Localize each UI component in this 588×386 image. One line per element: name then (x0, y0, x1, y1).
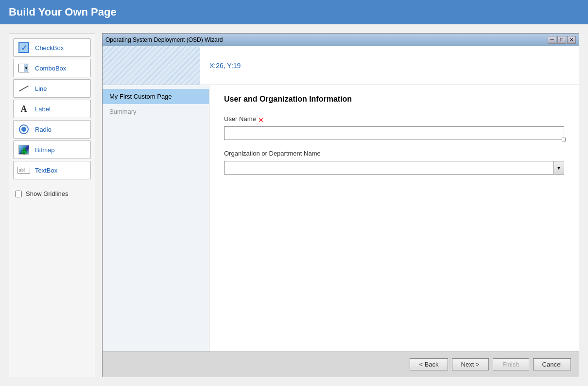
wizard-window: Operating System Deployment (OSD) Wizard… (102, 33, 579, 377)
bitmap-label: Bitmap (35, 146, 54, 154)
wizard-footer: < Back Next > Finish Cancel (103, 351, 579, 377)
maximize-button[interactable]: □ (557, 36, 566, 44)
show-gridlines-checkbox[interactable] (15, 191, 22, 197)
wizard-coords: X:26, Y:19 (200, 62, 250, 70)
user-name-group: User Name ✕ (224, 115, 564, 140)
close-button[interactable]: ✕ (567, 36, 576, 44)
org-dept-combobox-wrapper: ▼ (224, 161, 564, 175)
wizard-nav: My First Custom Page Summary (103, 85, 209, 351)
org-dept-dropdown-button[interactable]: ▼ (553, 161, 564, 175)
next-button[interactable]: Next > (452, 358, 489, 370)
user-name-resize-handle[interactable] (562, 138, 566, 141)
label-icon: A (17, 103, 30, 115)
back-button[interactable]: < Back (410, 358, 448, 370)
toolbar-item-combobox[interactable]: ▼ ComboBox (13, 59, 91, 77)
bitmap-icon: 🌲 (17, 143, 30, 156)
banner-pattern (103, 46, 200, 85)
toolbar-item-checkbox[interactable]: CheckBox (13, 38, 91, 57)
wizard-body: X:26, Y:19 My First Custom Page Summary … (103, 46, 579, 377)
nav-item-summary[interactable]: Summary (103, 104, 209, 119)
minimize-button[interactable]: ─ (548, 36, 556, 44)
toolbar-item-radio[interactable]: Radio (13, 120, 91, 139)
wizard-controls: ─ □ ✕ (548, 36, 576, 44)
wizard-titlebar: Operating System Deployment (OSD) Wizard… (103, 34, 579, 46)
app-header: Build Your Own Page (0, 0, 588, 24)
finish-button[interactable]: Finish (493, 358, 529, 370)
section-title: User and Organization Information (224, 95, 564, 104)
org-dept-label: Organization or Department Name (224, 150, 321, 157)
wizard-banner: X:26, Y:19 (103, 46, 579, 85)
cancel-button[interactable]: Cancel (533, 358, 571, 370)
combobox-label: ComboBox (35, 65, 66, 72)
show-gridlines-row: Show Gridlines (13, 186, 91, 201)
checkbox-icon (17, 41, 30, 54)
textbox-label: TextBox (35, 167, 57, 174)
combobox-icon: ▼ (17, 62, 30, 74)
wizard-content: User and Organization Information User N… (209, 85, 579, 351)
user-name-label-row: User Name ✕ (224, 115, 564, 124)
show-gridlines-label[interactable]: Show Gridlines (26, 190, 68, 197)
toolbar-item-textbox[interactable]: abl TextBox (13, 161, 91, 179)
line-label: Line (35, 85, 47, 92)
wizard-main: My First Custom Page Summary User and Or… (103, 85, 579, 351)
wizard-title: Operating System Deployment (OSD) Wizard (105, 36, 223, 43)
org-dept-input[interactable] (224, 161, 553, 175)
toolbar-item-bitmap[interactable]: 🌲 Bitmap (13, 140, 91, 159)
user-name-input[interactable] (224, 126, 564, 140)
radio-icon (17, 123, 30, 136)
label-label: Label (35, 105, 51, 113)
app-title: Build Your Own Page (9, 6, 117, 18)
toolbar-panel: CheckBox ▼ ComboBox Line A Label (9, 33, 95, 377)
main-content: CheckBox ▼ ComboBox Line A Label (0, 24, 588, 386)
line-icon (17, 82, 30, 95)
user-name-required-marker: ✕ (258, 116, 264, 124)
org-dept-label-row: Organization or Department Name (224, 150, 564, 159)
user-name-label: User Name (224, 115, 256, 123)
nav-item-custom-page[interactable]: My First Custom Page (103, 89, 209, 104)
radio-label: Radio (35, 126, 52, 133)
toolbar-item-line[interactable]: Line (13, 79, 91, 98)
user-name-input-wrapper (224, 126, 564, 140)
checkbox-label: CheckBox (35, 44, 64, 52)
toolbar-item-label[interactable]: A Label (13, 100, 91, 118)
org-dept-group: Organization or Department Name ▼ (224, 150, 564, 175)
textbox-icon: abl (17, 164, 30, 176)
